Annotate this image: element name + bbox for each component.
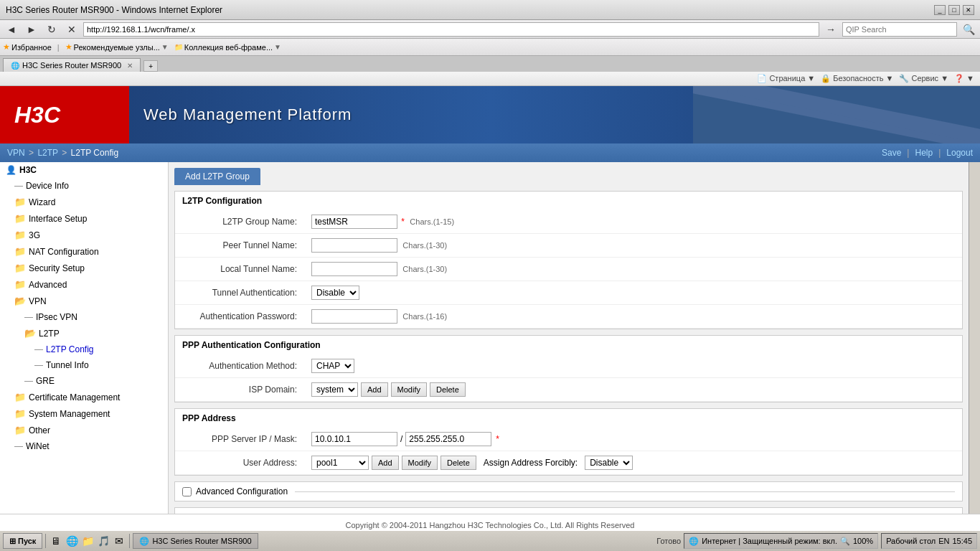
ie-icon[interactable]: 🌐 xyxy=(65,534,79,548)
sidebar-item-advanced[interactable]: 📁 Advanced xyxy=(0,276,168,293)
maximize-button[interactable]: □ xyxy=(948,5,960,15)
sidebar-item-tunnel-info[interactable]: — Tunnel Info xyxy=(0,357,168,373)
browser-tabs: 🌐 H3C Series Router MSR900 ✕ + xyxy=(0,56,980,72)
save-link[interactable]: Save xyxy=(882,148,901,158)
browser-title: H3C Series Router MSR900 - Windows Inter… xyxy=(6,5,222,15)
sidebar-item-security-setup[interactable]: 📁 Security Setup xyxy=(0,260,168,276)
sidebar-item-winet[interactable]: — WiNet xyxy=(0,438,168,454)
group-name-label: L2TP Group Name: xyxy=(175,210,304,234)
isp-domain-select[interactable]: system xyxy=(311,382,358,397)
ppp-auth-title: PPP Authentication Configuration xyxy=(175,336,962,354)
auth-method-select[interactable]: CHAP PAP None xyxy=(311,359,354,373)
sidebar-item-gre[interactable]: — GRE xyxy=(0,373,168,389)
folder-icon: 📁 xyxy=(14,392,26,402)
advanced-config-checkbox[interactable] xyxy=(182,487,192,496)
logout-link[interactable]: Logout xyxy=(946,148,973,158)
table-row: Local Tunnel Name: Chars.(1-30) xyxy=(175,258,962,281)
pool-delete-button[interactable]: Delete xyxy=(440,456,476,470)
new-tab-button[interactable]: + xyxy=(143,60,158,72)
window-controls[interactable]: _ □ ✕ xyxy=(934,5,974,15)
scrollbar[interactable] xyxy=(969,162,980,514)
sidebar-item-device-info[interactable]: — Device Info xyxy=(0,178,168,194)
clock-tray: Рабочий стол EN 15:45 xyxy=(881,533,977,549)
folder-icon: 📁 xyxy=(14,197,26,207)
ip-mask-controls: / * xyxy=(311,432,955,446)
sidebar-item-wizard[interactable]: 📁 Wizard xyxy=(0,194,168,210)
sidebar-item-system-mgmt[interactable]: 📁 System Management xyxy=(0,405,168,422)
sidebar-item-3g[interactable]: 📁 3G xyxy=(0,227,168,243)
language-indicator: EN xyxy=(938,537,949,545)
assign-select[interactable]: Disable Enable xyxy=(585,456,633,470)
table-row: ISP Domain: system Add Modify Delete xyxy=(175,378,962,402)
content-tab[interactable]: Add L2TP Group xyxy=(174,168,260,185)
sidebar-item-ipsec[interactable]: — IPsec VPN xyxy=(0,309,168,325)
back-button[interactable]: ◄ xyxy=(3,22,20,37)
dash-icon: — xyxy=(24,376,33,386)
utility-bar: 📄 Страница ▼ 🔒 Безопасность ▼ 🔧 Сервис ▼… xyxy=(0,72,980,86)
status-left: Готово xyxy=(656,537,681,545)
l2tp-config-section: L2TP Configuration L2TP Group Name: * Ch… xyxy=(174,191,963,329)
start-button[interactable]: ⊞ Пуск xyxy=(3,533,42,549)
table-row: Tunnel Authentication: Disable Enable xyxy=(175,281,962,305)
tunnel-auth-select[interactable]: Disable Enable xyxy=(311,286,359,300)
server-ip-input[interactable] xyxy=(311,432,397,446)
breadcrumb-l2tp[interactable]: L2TP xyxy=(37,148,57,158)
pool-select[interactable]: pool1 xyxy=(311,456,369,470)
folder-icon: 📁 xyxy=(14,425,26,435)
explorer-icon[interactable]: 📁 xyxy=(80,534,95,548)
go-button[interactable]: → xyxy=(822,22,839,37)
server-mask-input[interactable] xyxy=(405,432,491,446)
local-tunnel-input[interactable] xyxy=(311,262,397,276)
sidebar-item-l2tp-config[interactable]: — L2TP Config xyxy=(0,342,168,357)
auth-password-input[interactable] xyxy=(311,309,397,324)
web-collection[interactable]: 📁 Коллекция веб-фраме... ▼ xyxy=(174,43,281,52)
sidebar-item-l2tp[interactable]: 📂 L2TP xyxy=(0,325,168,342)
address-input[interactable] xyxy=(83,22,819,37)
local-tunnel-label: Local Tunnel Name: xyxy=(175,258,304,281)
search-input[interactable] xyxy=(842,22,957,37)
sidebar-item-cert-mgmt[interactable]: 📁 Certificate Management xyxy=(0,389,168,405)
pool-modify-button[interactable]: Modify xyxy=(402,456,438,470)
sidebar-item-nat[interactable]: 📁 NAT Configuration xyxy=(0,243,168,260)
sidebar-item-h3c[interactable]: 👤 H3C xyxy=(0,162,168,178)
group-name-input[interactable] xyxy=(311,215,397,229)
taskbar-separator-2 xyxy=(129,534,130,548)
peer-tunnel-input[interactable] xyxy=(311,238,397,253)
l2tp-config-table: L2TP Group Name: * Chars.(1-15) Peer Tun… xyxy=(175,210,962,329)
dash-icon: — xyxy=(34,344,43,354)
breadcrumb-current: L2TP Config xyxy=(71,148,119,158)
media-icon[interactable]: 🎵 xyxy=(96,534,110,548)
stop-button[interactable]: ✕ xyxy=(63,22,80,37)
table-row: Authentication Method: CHAP PAP None xyxy=(175,354,962,378)
isp-add-button[interactable]: Add xyxy=(361,382,388,397)
content-area: Add L2TP Group L2TP Configuration L2TP G… xyxy=(169,162,969,514)
close-button[interactable]: ✕ xyxy=(963,5,974,15)
recommended-sites[interactable]: ★ Рекомендуемые узлы... ▼ xyxy=(65,42,169,52)
sidebar-item-other[interactable]: 📁 Other xyxy=(0,422,168,438)
help-link[interactable]: Help xyxy=(915,148,933,158)
server-ip-label: PPP Server IP / Mask: xyxy=(175,428,304,451)
pool-add-button[interactable]: Add xyxy=(372,456,399,470)
browser-tab-main[interactable]: 🌐 H3C Series Router MSR900 ✕ xyxy=(3,58,141,72)
isp-delete-button[interactable]: Delete xyxy=(430,382,466,397)
table-row: L2TP Group Name: * Chars.(1-15) xyxy=(175,210,962,234)
ppp-auth-section: PPP Authentication Configuration Authent… xyxy=(174,335,963,402)
refresh-button[interactable]: ↻ xyxy=(43,22,60,37)
show-desktop-icon[interactable]: 🖥 xyxy=(49,534,63,548)
user-address-label: User Address: xyxy=(175,451,304,475)
sidebar-item-vpn[interactable]: 📂 VPN xyxy=(0,293,168,309)
minimize-button[interactable]: _ xyxy=(934,5,946,15)
taskbar-separator xyxy=(45,534,46,548)
search-button[interactable]: 🔍 xyxy=(960,22,977,37)
page-header: H3C Web Management Platform xyxy=(0,86,980,143)
mail-icon[interactable]: ✉ xyxy=(112,534,126,548)
active-task[interactable]: 🌐 H3C Series Router MSR900 xyxy=(133,533,258,549)
sidebar-item-interface-setup[interactable]: 📁 Interface Setup xyxy=(0,210,168,227)
forward-button[interactable]: ► xyxy=(23,22,40,37)
favorites-button[interactable]: ★ Избранное xyxy=(3,42,52,52)
isp-domain-value: system Add Modify Delete xyxy=(304,378,962,402)
isp-modify-button[interactable]: Modify xyxy=(391,382,427,397)
favorites-bar: ★ Избранное | ★ Рекомендуемые узлы... ▼ … xyxy=(0,39,980,56)
auth-method-value: CHAP PAP None xyxy=(304,354,962,378)
breadcrumb-vpn[interactable]: VPN xyxy=(7,148,25,158)
